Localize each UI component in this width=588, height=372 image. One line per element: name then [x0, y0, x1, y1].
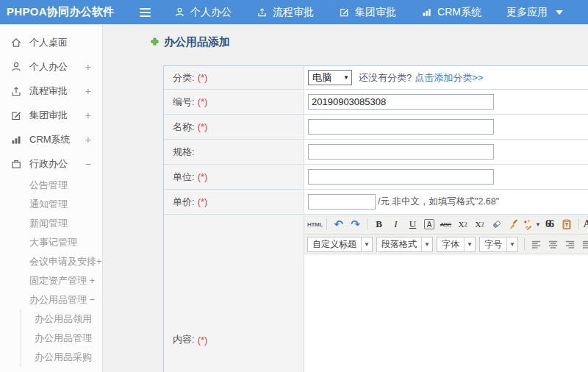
font-family-dropdown[interactable]: 字体▼	[437, 237, 476, 252]
form-row-content: 内容: (*) HTML ↶ ↷ B I U	[164, 215, 588, 372]
menu-toggle-icon[interactable]	[140, 8, 151, 17]
align-left-icon[interactable]	[528, 237, 544, 252]
sidebar-item-office-supplies-mgmt[interactable]: 办公用品管理 −	[0, 290, 102, 310]
field-label: 规格:	[173, 146, 195, 159]
font-size-dropdown[interactable]: 字号▼	[479, 237, 518, 252]
color-pen-icon[interactable]: ▼	[523, 217, 541, 232]
sidebar-item-admin-office[interactable]: 行政办公 −	[0, 151, 102, 176]
caret-down-icon: ▼	[535, 221, 541, 228]
spec-input[interactable]	[308, 144, 494, 160]
nav-item-group-approval[interactable]: 集团审批	[339, 6, 396, 19]
sidebar-item-supplies-requisition[interactable]: 办公用品领用	[21, 310, 102, 329]
undo-button[interactable]: ↶	[331, 217, 346, 232]
unit-input[interactable]	[308, 169, 494, 185]
share-icon	[10, 85, 22, 97]
caret-down-icon	[556, 10, 563, 15]
sidebar-item-supplies-management[interactable]: 办公用品管理	[21, 329, 102, 348]
editor-toolbar-row1: HTML ↶ ↷ B I U A ABC X2 X2	[304, 215, 588, 235]
blockquote-button[interactable]: 66	[542, 217, 558, 232]
align-right-icon[interactable]	[562, 237, 578, 252]
form-row-spec: 规格:	[164, 140, 588, 165]
share-icon	[257, 7, 268, 18]
office-supplies-submenu: 办公用品领用 办公用品管理 办公用品采购	[21, 310, 102, 367]
font-color-button[interactable]: A▼	[583, 217, 588, 232]
bold-button[interactable]: B	[371, 217, 387, 232]
page-title: 办公用品添加	[150, 35, 588, 49]
edit-icon	[339, 7, 350, 18]
sidebar-item-crm[interactable]: CRM系统 +	[0, 127, 102, 151]
eraser-icon[interactable]	[489, 217, 504, 232]
user-icon	[10, 61, 22, 73]
field-label: 编号:	[173, 96, 195, 109]
required-mark: (*)	[198, 196, 208, 207]
sidebar-item-memorabilia-mgmt[interactable]: 大事记管理	[0, 233, 102, 252]
expand-toggle[interactable]: +	[85, 61, 91, 73]
category-select[interactable]: 电脑 ▼	[308, 70, 352, 85]
category-selected-value: 电脑	[312, 71, 331, 85]
add-category-link[interactable]: 点击添加分类>>	[415, 71, 483, 85]
rich-text-editor: HTML ↶ ↷ B I U A ABC X2 X2	[304, 215, 588, 372]
paragraph-format-dropdown[interactable]: 段落格式▼	[376, 237, 433, 252]
sidebar-item-supplies-purchase[interactable]: 办公用品采购	[21, 348, 102, 367]
briefcase-icon	[10, 158, 22, 170]
supply-add-form: 分类: (*) 电脑 ▼ 还没有分类? 点击添加分类>> 编号: (*)	[163, 65, 588, 372]
toolbar-divider	[578, 218, 579, 230]
format-brush-icon[interactable]	[506, 217, 521, 232]
underline-button[interactable]: U	[405, 217, 420, 232]
superscript-button[interactable]: X2	[455, 217, 470, 232]
expand-toggle[interactable]: +	[85, 85, 91, 97]
font-style-box-button[interactable]: A	[424, 219, 434, 229]
paste-as-text-icon[interactable]	[559, 217, 575, 232]
source-code-button[interactable]: HTML	[307, 217, 323, 232]
sidebar-item-workflow-approval[interactable]: 流程审批 +	[0, 79, 102, 103]
nav-item-crm[interactable]: CRM系统	[421, 6, 481, 19]
sidebar-item-notice-mgmt[interactable]: 通知管理	[0, 195, 102, 214]
price-input[interactable]	[308, 194, 376, 210]
italic-button[interactable]: I	[388, 217, 404, 232]
field-label: 单位:	[173, 171, 195, 184]
form-row-unit: 单位: (*)	[164, 165, 588, 190]
sidebar-item-announcement-mgmt[interactable]: 公告管理	[0, 176, 102, 195]
sidebar-label: 行政办公	[29, 157, 68, 171]
custom-heading-dropdown[interactable]: 自定义标题▼	[307, 237, 373, 252]
nav-item-more-apps[interactable]: 更多应用	[506, 6, 563, 19]
field-label: 内容:	[173, 333, 195, 346]
edit-icon	[10, 110, 22, 121]
sidebar-item-fixed-assets-mgmt[interactable]: 固定资产管理 +	[0, 271, 102, 290]
expand-toggle[interactable]: +	[85, 134, 91, 146]
name-input[interactable]	[308, 119, 494, 135]
redo-button[interactable]: ↷	[348, 217, 363, 232]
sidebar-label: 个人桌面	[29, 36, 68, 49]
nav-label: 集团审批	[355, 6, 396, 19]
chart-icon	[421, 7, 432, 18]
strikethrough-button[interactable]: ABC	[438, 217, 453, 232]
editor-toolbar-row2: 自定义标题▼ 段落格式▼ 字体▼ 字号▼	[304, 235, 588, 254]
sidebar: 个人桌面 个人办公 + 流程审批 + 集团审批 + CRM系统 + 行政办公 −	[0, 24, 103, 372]
nav-label: CRM系统	[437, 6, 481, 19]
align-justify-icon[interactable]	[579, 237, 588, 252]
required-mark: (*)	[198, 335, 208, 346]
sidebar-item-meeting-request[interactable]: 会议申请及安排+	[0, 252, 102, 271]
code-input[interactable]	[308, 94, 494, 110]
align-center-icon[interactable]	[545, 237, 561, 252]
sidebar-item-news-mgmt[interactable]: 新闻管理	[0, 214, 102, 233]
price-format-hint: /元 非中文，如填写格式"2.68"	[378, 196, 499, 208]
expand-toggle[interactable]: −	[85, 158, 91, 170]
sidebar-item-group-approval[interactable]: 集团审批 +	[0, 103, 102, 127]
caret-down-icon: ▼	[464, 237, 475, 251]
sidebar-item-personal-desktop[interactable]: 个人桌面	[0, 30, 102, 54]
nav-label: 更多应用	[506, 6, 548, 19]
field-label: 分类:	[173, 71, 195, 85]
nav-item-workflow-approval[interactable]: 流程审批	[257, 6, 314, 19]
sidebar-item-personal-office[interactable]: 个人办公 +	[0, 54, 102, 79]
expand-toggle[interactable]: +	[85, 110, 91, 121]
toolbar-divider	[326, 218, 327, 230]
sidebar-label: 流程审批	[29, 85, 68, 98]
subscript-button[interactable]: X2	[472, 217, 487, 232]
form-row-code: 编号: (*)	[164, 90, 588, 115]
main-content: 办公用品添加 分类: (*) 电脑 ▼ 还没有分类? 点击添加分类>>	[103, 24, 588, 372]
top-nav-menu: 个人办公 流程审批 集团审批 CRM系统 更多应用	[174, 6, 588, 19]
nav-item-personal-office[interactable]: 个人办公	[174, 6, 232, 19]
caret-down-icon: ▼	[361, 237, 372, 251]
editor-content-area[interactable]	[304, 254, 588, 372]
